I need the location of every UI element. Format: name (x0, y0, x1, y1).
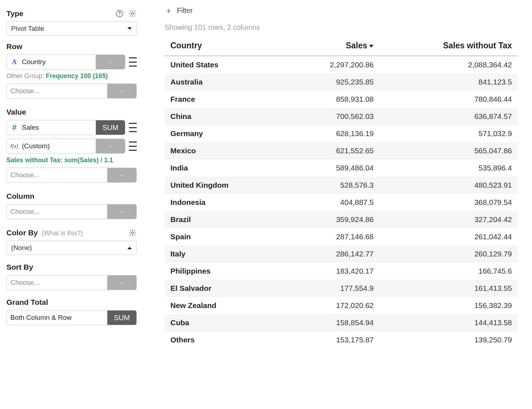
drag-handle-icon[interactable] (129, 123, 137, 132)
value-custom-agg[interactable]: - (96, 139, 125, 153)
cell-sales-no-tax: 571,032.9 (379, 125, 518, 142)
grand-total-agg[interactable]: SUM (107, 311, 136, 325)
plus-icon: ＋ (165, 7, 173, 15)
cell-sales-no-tax: 156,382.39 (379, 297, 518, 314)
drag-handle-icon[interactable] (129, 57, 137, 67)
column-header-country[interactable]: Country (165, 36, 284, 56)
value-field-agg[interactable]: SUM (96, 120, 125, 135)
cell-country: France (165, 91, 284, 108)
cell-sales: 286,142.77 (284, 245, 379, 263)
cell-sales-no-tax: 841,123.5 (379, 73, 518, 91)
cell-country: Indonesia (165, 194, 284, 211)
cell-country: Cuba (165, 314, 284, 331)
row-field-country[interactable]: A Country - (6, 54, 125, 69)
cell-sales-no-tax: 636,874.57 (379, 108, 518, 125)
row-other-group-value[interactable]: Frequency 100 (165) (46, 72, 108, 80)
gear-icon[interactable] (128, 9, 137, 18)
cell-sales-no-tax: 480,523.91 (379, 177, 518, 194)
value-custom-note: Sales without Tax: sum(Sales) / 1.1 (6, 157, 137, 164)
cell-sales: 158,854.94 (284, 314, 379, 331)
grand-total-field[interactable]: Both Column & Row SUM (6, 310, 137, 325)
cell-country: Philippines (165, 263, 284, 280)
row-label: Row (6, 42, 22, 51)
grand-total-header: Grand Total (6, 298, 137, 307)
value-custom-label: (Custom) (22, 142, 50, 150)
value-choose-agg[interactable]: - (107, 168, 136, 182)
sort-by-choose-agg[interactable]: - (107, 275, 136, 290)
table-row[interactable]: El Salvador177,554.9161,413.55 (165, 280, 518, 297)
add-filter-button[interactable]: ＋ Filter (165, 6, 518, 15)
sort-by-choose-field[interactable]: Choose... - (6, 275, 137, 290)
cell-country: Brazil (165, 211, 284, 228)
row-choose-field[interactable]: Choose... - (6, 83, 137, 98)
cell-sales-no-tax: 161,413.55 (379, 280, 518, 297)
cell-sales: 183,420.17 (284, 263, 379, 280)
column-header-sales[interactable]: Sales (284, 36, 379, 56)
value-field-custom[interactable]: f(x) (Custom) - (6, 139, 125, 154)
value-field-sales[interactable]: # Sales SUM (6, 120, 125, 135)
cell-sales: 858,931.08 (284, 91, 379, 108)
drag-handle-icon[interactable] (129, 141, 137, 151)
table-row[interactable]: France858,931.08780,846.44 (165, 91, 518, 108)
cell-sales-no-tax: 780,846.44 (379, 91, 518, 108)
text-type-icon: A (10, 58, 18, 66)
cell-sales: 177,554.9 (284, 280, 379, 297)
cell-country: United Kingdom (165, 177, 284, 194)
sort-by-label: Sort By (6, 263, 33, 271)
help-icon[interactable] (115, 9, 124, 18)
row-other-group: Other Group: Frequency 100 (165) (6, 72, 137, 80)
table-row[interactable]: Others153,175.87139,250.79 (165, 331, 518, 348)
cell-sales-no-tax: 2,088,364.42 (379, 56, 518, 73)
table-row[interactable]: Brazil359,924.86327,204.42 (165, 211, 518, 228)
color-by-hint[interactable]: (What is this?) (42, 230, 83, 237)
grand-total-label: Grand Total (6, 298, 48, 307)
table-row[interactable]: Spain287,146.68261,042.44 (165, 228, 518, 245)
cell-sales: 287,146.68 (284, 228, 379, 245)
table-row[interactable]: Philippines183,420.17166,745.6 (165, 263, 518, 280)
cell-country: India (165, 159, 284, 177)
value-choose-field[interactable]: Choose... - (6, 168, 137, 183)
table-row[interactable]: Mexico621,552.65565,047.86 (165, 142, 518, 159)
color-by-select[interactable]: (None) (6, 241, 137, 255)
sort-by-choose-placeholder: Choose... (10, 279, 39, 287)
row-field-label: Country (22, 58, 46, 66)
column-choose-field[interactable]: Choose... - (6, 204, 137, 219)
grand-total-value: Both Column & Row (10, 314, 72, 322)
caret-down-icon (127, 27, 132, 30)
cell-sales: 925,235.85 (284, 73, 379, 91)
table-row[interactable]: Italy286,142.77260,129.79 (165, 245, 518, 263)
showing-summary: Showing 101 rows, 2 columns (165, 23, 518, 32)
table-row[interactable]: Cuba158,854.94144,413.58 (165, 314, 518, 331)
cell-sales-no-tax: 327,204.42 (379, 211, 518, 228)
cell-sales: 2,297,200.86 (284, 56, 379, 73)
table-row[interactable]: China700,562.03636,874.57 (165, 108, 518, 125)
table-row[interactable]: Germany628,136.19571,032.9 (165, 125, 518, 142)
table-row[interactable]: United Kingdom528,576.3480,523.91 (165, 177, 518, 194)
table-row[interactable]: Indonesia404,887.5368,079.54 (165, 194, 518, 211)
table-row[interactable]: Australia925,235.85841,123.5 (165, 73, 518, 91)
cell-sales-no-tax: 166,745.6 (379, 263, 518, 280)
column-header: Column (6, 192, 137, 201)
table-row[interactable]: India589,486.04535,896.4 (165, 159, 518, 177)
cell-sales-no-tax: 261,042.44 (379, 228, 518, 245)
table-row[interactable]: New Zealand172,020.62156,382.39 (165, 297, 518, 314)
color-by-label: Color By (6, 228, 38, 237)
table-row[interactable]: United States2,297,200.862,088,364.42 (165, 56, 518, 73)
column-choose-agg[interactable]: - (107, 204, 136, 219)
column-header-sales-no-tax[interactable]: Sales without Tax (379, 36, 518, 56)
config-sidebar: Type Pivot Table Row A Country - Oth (0, 0, 143, 409)
cell-sales-no-tax: 368,079.54 (379, 194, 518, 211)
cell-country: Mexico (165, 142, 284, 159)
gear-icon[interactable] (128, 228, 137, 237)
svg-point-2 (131, 13, 134, 15)
row-choose-agg[interactable]: - (107, 84, 136, 98)
cell-country: United States (165, 56, 284, 73)
type-select[interactable]: Pivot Table (6, 21, 137, 36)
color-by-header: Color By (What is this?) (6, 228, 137, 237)
row-field-agg[interactable]: - (96, 55, 125, 69)
row-header: Row (6, 42, 137, 51)
cell-country: China (165, 108, 284, 125)
type-select-value: Pivot Table (11, 25, 44, 33)
number-type-icon: # (10, 123, 18, 132)
svg-point-3 (131, 232, 134, 234)
